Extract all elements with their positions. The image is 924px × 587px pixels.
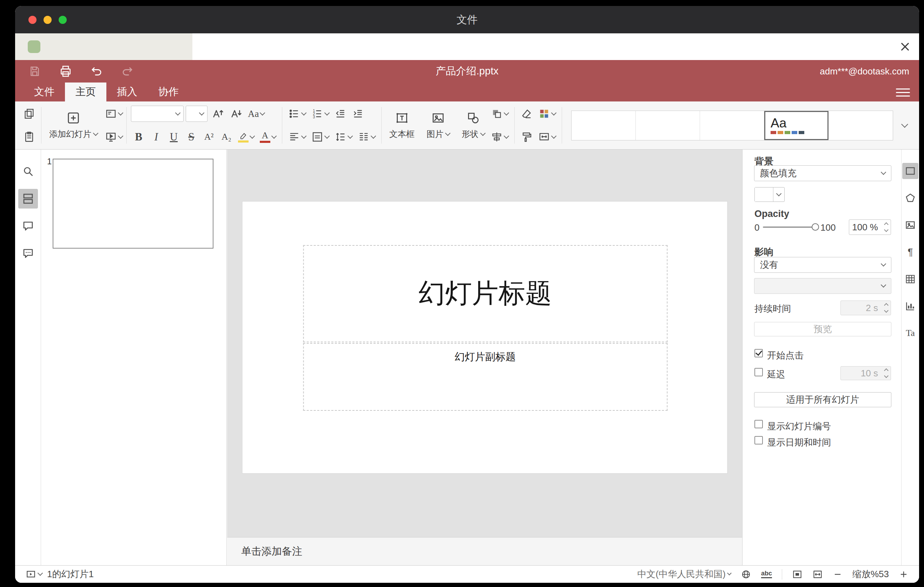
background-color-select[interactable] [754, 187, 785, 202]
background-fill-select[interactable]: 颜色填充 [754, 165, 891, 181]
start-slideshow-button[interactable] [103, 127, 124, 147]
theme-tile-3[interactable] [700, 111, 764, 140]
increase-indent-button[interactable] [350, 104, 366, 124]
tab-home[interactable]: 主页 [65, 82, 106, 101]
language-select[interactable]: 中文(中华人民共和国) [637, 568, 731, 580]
redo-button[interactable] [120, 64, 134, 78]
theme-tile-1[interactable] [571, 111, 636, 140]
table-settings-button[interactable] [902, 271, 918, 287]
theme-tile-2[interactable] [636, 111, 700, 140]
bullets-button[interactable] [287, 104, 307, 124]
vertical-align-button[interactable] [310, 127, 331, 147]
traffic-zoom-button[interactable] [59, 16, 67, 24]
traffic-minimize-button[interactable] [43, 16, 51, 24]
duration-spinner[interactable]: 2 s [840, 300, 891, 315]
sidebar-search-button[interactable] [18, 162, 38, 181]
chart-settings-button[interactable] [902, 298, 918, 314]
tab-collaboration[interactable]: 协作 [148, 82, 189, 101]
transition-section-label: 影响 [754, 246, 774, 258]
tab-insert[interactable]: 插入 [106, 82, 148, 101]
font-color-button[interactable]: A [258, 127, 278, 147]
copy-style-button[interactable] [519, 127, 534, 147]
show-slide-number-checkbox[interactable] [754, 420, 763, 428]
paragraph-settings-button[interactable]: ¶ [902, 244, 918, 260]
line-spacing-button[interactable] [333, 127, 354, 147]
transition-option-select[interactable] [754, 278, 891, 294]
apply-to-all-button[interactable]: 适用于所有幻灯片 [754, 392, 891, 407]
paste-button[interactable] [21, 127, 37, 147]
zoom-in-button[interactable] [899, 569, 909, 579]
slides-icon [22, 192, 35, 205]
close-button[interactable] [897, 38, 914, 55]
undo-button[interactable] [89, 64, 104, 78]
decrease-font-button[interactable] [228, 104, 244, 124]
start-slideshow-status-button[interactable] [26, 569, 42, 580]
opacity-slider-knob[interactable] [812, 223, 819, 231]
traffic-close-button[interactable] [28, 16, 36, 24]
bold-label: B [135, 130, 142, 143]
clear-style-button[interactable] [519, 104, 534, 124]
insert-text-box-button[interactable]: 文本框 [386, 104, 418, 147]
subscript-button[interactable]: A₂ [219, 127, 234, 147]
preview-button[interactable]: 预览 [754, 322, 891, 336]
theme-gallery-expand-button[interactable] [897, 110, 913, 140]
save-button[interactable] [28, 64, 42, 78]
subtitle-placeholder[interactable]: 幻灯片副标题 [303, 343, 667, 411]
copy-button[interactable] [21, 104, 37, 124]
print-button[interactable] [59, 64, 73, 78]
document-language-button[interactable] [741, 569, 751, 580]
slide-thumbnail[interactable] [53, 159, 213, 249]
fit-width-icon [812, 569, 823, 580]
numbering-button[interactable]: 123 [310, 104, 331, 124]
horizontal-align-button[interactable] [287, 127, 307, 147]
fit-width-button[interactable] [812, 569, 823, 580]
title-placeholder[interactable]: 幻灯片标题 [303, 245, 667, 342]
slide-size-icon [538, 131, 550, 143]
theme-tile-5[interactable] [828, 111, 893, 140]
copy-icon [23, 108, 35, 120]
sidebar-comments-button[interactable] [18, 216, 38, 236]
fit-slide-button[interactable] [792, 569, 802, 580]
underline-button[interactable]: U [166, 127, 182, 147]
decrease-indent-button[interactable] [333, 104, 348, 124]
insert-shape-button[interactable]: 形状 [458, 104, 488, 147]
columns-button[interactable] [356, 127, 377, 147]
font-name-select[interactable] [131, 106, 183, 122]
opacity-spinner[interactable]: 100 % [849, 219, 891, 235]
slide-settings-button[interactable] [902, 163, 918, 179]
image-settings-button[interactable] [902, 217, 918, 233]
strikethrough-button[interactable]: S [183, 127, 199, 147]
tab-file[interactable]: 文件 [23, 82, 65, 101]
change-layout-button[interactable] [103, 104, 124, 124]
theme-tile-selected[interactable]: Aa [764, 111, 828, 140]
arrange-shape-button[interactable] [489, 104, 510, 124]
increase-font-button[interactable] [210, 104, 226, 124]
add-slide-button[interactable]: 添加幻灯片 [46, 104, 101, 147]
text-art-settings-button[interactable]: Ta [902, 325, 918, 341]
view-settings-button[interactable] [896, 87, 910, 98]
align-shape-button[interactable] [489, 127, 510, 147]
color-scheme-button[interactable] [536, 104, 558, 124]
delay-checkbox[interactable] [754, 368, 763, 376]
insert-image-button[interactable]: 图片 [423, 104, 453, 147]
zoom-out-button[interactable] [833, 569, 843, 579]
font-size-select[interactable] [186, 106, 208, 122]
italic-button[interactable]: I [148, 127, 164, 147]
change-case-button[interactable]: Aa [246, 104, 266, 124]
slide-size-button[interactable] [536, 127, 558, 147]
superscript-button[interactable]: A² [201, 127, 216, 147]
sidebar-slides-button[interactable] [18, 189, 38, 209]
opacity-slider-track[interactable] [763, 226, 816, 228]
spellcheck-button[interactable]: abc [761, 570, 772, 578]
start-on-click-checkbox[interactable] [754, 349, 763, 358]
slide-title-text: 幻灯片标题 [419, 275, 552, 312]
delay-spinner[interactable]: 10 s [840, 366, 891, 380]
shape-settings-button[interactable] [902, 190, 918, 206]
show-date-time-checkbox[interactable] [754, 436, 763, 444]
numbering-icon: 123 [312, 108, 323, 120]
highlight-color-button[interactable] [236, 127, 256, 147]
sidebar-chat-button[interactable] [18, 244, 38, 263]
transition-select[interactable]: 没有 [754, 257, 891, 273]
bold-button[interactable]: B [131, 127, 147, 147]
notes-area[interactable]: 单击添加备注 [227, 537, 742, 565]
